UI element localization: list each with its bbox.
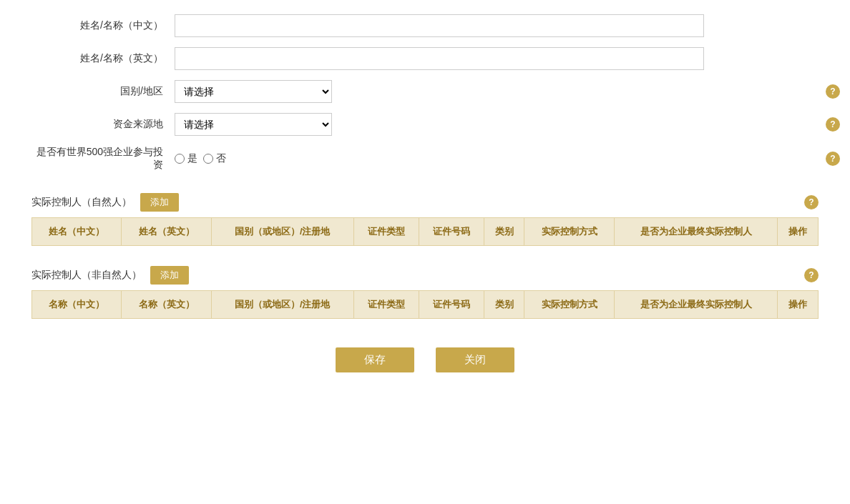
natural-person-add-button[interactable]: 添加 <box>140 193 179 212</box>
nnp-col-is-final: 是否为企业最终实际控制人 <box>614 291 777 319</box>
nnp-col-control-method: 实际控制方式 <box>524 291 614 319</box>
non-natural-person-section: 实际控制人（非自然人） 添加 ? 名称（中文） 名称（英文） 国别（或地区）/注… <box>31 259 819 319</box>
np-col-country: 国别（或地区）/注册地 <box>211 218 353 246</box>
fortune500-no-label[interactable]: 否 <box>203 152 226 165</box>
nnp-col-action: 操作 <box>778 291 819 319</box>
name-en-input[interactable] <box>175 47 704 70</box>
main-container: 姓名/名称（中文） 姓名/名称（英文） 国别/地区 请选择 ? 资金来源地 请选… <box>31 14 819 387</box>
natural-person-table-header-row: 姓名（中文） 姓名（英文） 国别（或地区）/注册地 证件类型 证件号码 类别 实… <box>32 218 819 246</box>
non-natural-person-header: 实际控制人（非自然人） 添加 ? <box>31 259 819 290</box>
fund-source-select[interactable]: 请选择 <box>175 113 332 136</box>
name-cn-input[interactable] <box>175 14 704 37</box>
np-col-cert-no: 证件号码 <box>419 218 484 246</box>
non-natural-person-add-button[interactable]: 添加 <box>150 266 189 285</box>
bottom-actions: 保存 关闭 <box>31 347 819 387</box>
non-natural-person-table-header-row: 名称（中文） 名称（英文） 国别（或地区）/注册地 证件类型 证件号码 类别 实… <box>32 291 819 319</box>
np-col-name-cn: 姓名（中文） <box>32 218 122 246</box>
np-col-is-final: 是否为企业最终实际控制人 <box>614 218 777 246</box>
fortune500-label: 是否有世界500强企业参与投资 <box>31 146 175 172</box>
nnp-col-country: 国别（或地区）/注册地 <box>211 291 353 319</box>
fortune500-yes-radio[interactable] <box>175 154 185 164</box>
np-col-cert-type: 证件类型 <box>353 218 419 246</box>
fund-source-row: 资金来源地 请选择 ? <box>31 113 819 136</box>
fortune500-yes-label[interactable]: 是 <box>175 152 197 165</box>
nnp-col-name-cn: 名称（中文） <box>32 291 122 319</box>
fund-source-help-icon[interactable]: ? <box>826 117 840 132</box>
name-en-row: 姓名/名称（英文） <box>31 47 819 70</box>
natural-person-header: 实际控制人（自然人） 添加 ? <box>31 186 819 217</box>
natural-person-help-icon[interactable]: ? <box>804 195 819 209</box>
name-cn-row: 姓名/名称（中文） <box>31 14 819 37</box>
nnp-col-category: 类别 <box>484 291 524 319</box>
country-help-icon[interactable]: ? <box>826 84 840 99</box>
name-en-label: 姓名/名称（英文） <box>31 52 175 65</box>
non-natural-person-help-icon[interactable]: ? <box>804 268 819 282</box>
np-col-control-method: 实际控制方式 <box>524 218 614 246</box>
country-label: 国别/地区 <box>31 85 175 98</box>
natural-person-section: 实际控制人（自然人） 添加 ? 姓名（中文） 姓名（英文） 国别（或地区）/注册… <box>31 186 819 246</box>
fortune500-row: 是否有世界500强企业参与投资 是 否 ? <box>31 146 819 172</box>
save-button[interactable]: 保存 <box>336 347 414 372</box>
non-natural-person-table: 名称（中文） 名称（英文） 国别（或地区）/注册地 证件类型 证件号码 类别 实… <box>31 290 819 319</box>
fortune500-no-radio[interactable] <box>203 154 213 164</box>
natural-person-table: 姓名（中文） 姓名（英文） 国别（或地区）/注册地 证件类型 证件号码 类别 实… <box>31 217 819 246</box>
fortune500-no-text: 否 <box>216 152 226 165</box>
fortune500-help-icon[interactable]: ? <box>826 152 840 166</box>
nnp-col-cert-no: 证件号码 <box>419 291 484 319</box>
country-select[interactable]: 请选择 <box>175 80 332 103</box>
natural-person-title: 实际控制人（自然人） <box>31 196 132 209</box>
country-row: 国别/地区 请选择 ? <box>31 80 819 103</box>
fortune500-radio-group: 是 否 <box>175 152 226 165</box>
name-cn-label: 姓名/名称（中文） <box>31 19 175 32</box>
np-col-category: 类别 <box>484 218 524 246</box>
nnp-col-cert-type: 证件类型 <box>353 291 419 319</box>
close-button[interactable]: 关闭 <box>436 347 514 372</box>
nnp-col-name-en: 名称（英文） <box>122 291 211 319</box>
np-col-action: 操作 <box>778 218 819 246</box>
np-col-name-en: 姓名（英文） <box>122 218 211 246</box>
form-section: 姓名/名称（中文） 姓名/名称（英文） 国别/地区 请选择 ? 资金来源地 请选… <box>31 14 819 172</box>
fortune500-yes-text: 是 <box>187 152 197 165</box>
fund-source-label: 资金来源地 <box>31 118 175 131</box>
non-natural-person-title: 实际控制人（非自然人） <box>31 269 142 282</box>
